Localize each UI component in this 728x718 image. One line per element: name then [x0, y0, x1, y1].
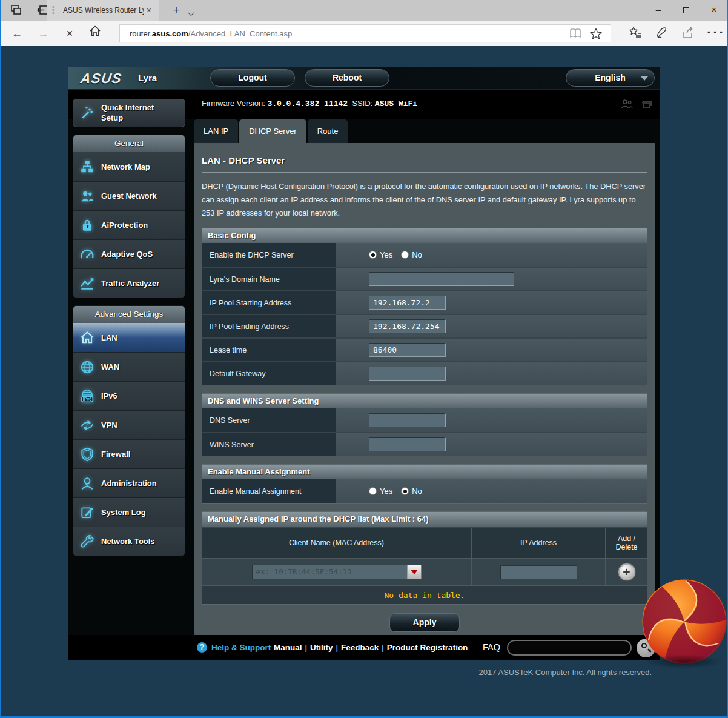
manual-link[interactable]: Manual [274, 643, 302, 652]
manual-assign-no-radio[interactable] [401, 487, 409, 495]
manual-ip-input[interactable] [500, 565, 577, 579]
tab-title: ASUS Wireless Router Ly [63, 6, 144, 15]
window-maximize-button[interactable] [672, 0, 700, 21]
enable-dhcp-no-radio[interactable] [401, 251, 409, 259]
sidebar-item-quick-internet-setup[interactable]: Quick Internet Setup [73, 99, 185, 127]
sidebar-item-administration[interactable]: Administration [73, 468, 185, 497]
ip-pool-end-input[interactable] [369, 319, 446, 333]
window-close-button[interactable]: × [700, 0, 728, 21]
firmware-value[interactable]: 3.0.0.4.382_11142 [267, 99, 348, 108]
magic-wand-icon [73, 105, 101, 121]
default-gateway-input[interactable] [369, 367, 446, 381]
browser-window: ••• ASUS Wireless Router Ly × + – × ← → … [0, 0, 728, 718]
ip-pool-start-input[interactable] [369, 296, 446, 310]
more-options-icon[interactable]: • • • [706, 28, 724, 44]
faq-search-input[interactable] [507, 640, 632, 656]
sidebar-item-traffic-analyzer[interactable]: Traffic Analyzer [73, 268, 185, 298]
utility-link[interactable]: Utility [310, 643, 333, 652]
column-header: Client Name (MAC Address) [202, 528, 472, 558]
web-note-pen-icon[interactable] [653, 25, 671, 41]
section-header: Basic Config [202, 228, 647, 243]
gauge-icon [73, 247, 101, 262]
vpn-arrows-icon [73, 417, 101, 433]
back-button[interactable]: ← [8, 25, 25, 41]
language-label: English [595, 73, 626, 82]
help-support-link[interactable]: Help & Support [211, 643, 271, 652]
enable-dhcp-yes-radio[interactable] [369, 251, 377, 259]
reboot-button[interactable]: Reboot [305, 69, 389, 87]
sidebar-item-ipv6[interactable]: IPv6 IPv6 [73, 381, 185, 410]
sidebar-item-system-log[interactable]: System Log [73, 497, 185, 527]
tab-list-chevron-icon[interactable] [188, 7, 195, 15]
language-dropdown[interactable]: English [566, 69, 655, 87]
tab-lan-ip[interactable]: LAN IP [194, 119, 238, 143]
apply-button[interactable]: Apply [389, 613, 460, 632]
url-text: router.asus.com/Advanced_LAN_Content.asp [130, 29, 569, 38]
sidebar-item-adaptive-qos[interactable]: Adaptive QoS [73, 239, 185, 268]
manual-assign-yes-radio[interactable] [369, 487, 377, 495]
ipv6-globe-icon: IPv6 [73, 388, 101, 404]
field-label: Lease time [202, 339, 336, 361]
column-header: IP Address [472, 528, 606, 558]
radio-label: Yes [380, 250, 392, 259]
section-header: DNS and WINS Server Setting [202, 394, 647, 408]
sidebar-item-wan[interactable]: WAN [73, 352, 185, 381]
model-name: Lyra [138, 73, 157, 83]
main-content: LAN - DHCP Server DHCP (Dynamic Host Con… [194, 143, 655, 635]
favorite-star-icon[interactable] [590, 28, 602, 39]
field-label: Enable Manual Assignment [202, 479, 336, 503]
url-subdomain: router. [130, 29, 152, 38]
new-tab-button[interactable]: + [168, 3, 184, 18]
reading-view-icon[interactable] [569, 28, 581, 39]
add-entry-button[interactable]: + [618, 563, 636, 581]
domain-name-input[interactable] [369, 272, 514, 286]
home-button[interactable] [87, 24, 104, 40]
dhcp-manual-list-section: Manually Assigned IP around the DHCP lis… [202, 511, 647, 605]
url-path: /Advanced_LAN_Content.asp [188, 29, 292, 38]
hub-favorites-icon[interactable] [626, 25, 644, 41]
firmware-label: Firmware Version: [202, 99, 265, 108]
browser-tab[interactable]: ••• ASUS Wireless Router Ly × [47, 0, 159, 21]
client-list-icon[interactable] [620, 97, 634, 111]
wins-server-input[interactable] [369, 437, 446, 451]
feedback-link[interactable]: Feedback [341, 643, 379, 652]
dns-server-input[interactable] [369, 413, 446, 427]
sidebar-item-firewall[interactable]: Firewall [73, 439, 185, 468]
sidebar-item-network-tools[interactable]: Network Tools [73, 527, 185, 556]
dropdown-arrow-button[interactable] [408, 565, 422, 579]
sidebar-group-advanced: Advanced Settings LAN WAN IPv6 IPv6 [73, 305, 185, 556]
guest-network-icon [73, 188, 101, 204]
ssid-value[interactable]: ASUS_WiFi [375, 99, 417, 108]
sidebar-item-vpn[interactable]: VPN [73, 410, 185, 439]
forward-button[interactable]: → [35, 25, 51, 41]
manual-assignment-section: Enable Manual Assignment Enable Manual A… [202, 464, 647, 504]
router-footer-bar: ? Help & Support Manual|Utility|Feedback… [68, 635, 660, 660]
sidebar-item-lan[interactable]: LAN [73, 323, 185, 352]
sidebar-group-general: General Network Map Guest Network AiProt… [73, 135, 185, 298]
address-bar[interactable]: router.asus.com/Advanced_LAN_Content.asp [119, 24, 611, 42]
tab-route[interactable]: Route [308, 119, 348, 143]
tab-preview-icon[interactable] [10, 4, 24, 17]
dual-display-icon[interactable] [639, 97, 654, 111]
stop-button[interactable]: × [61, 25, 78, 41]
tab-dhcp-server[interactable]: DHCP Server [239, 119, 306, 143]
field-label: IP Pool Starting Address [202, 291, 336, 314]
product-registration-link[interactable]: Product Registration [387, 643, 468, 652]
router-banner: ASUS Lyra Logout Reboot English [68, 67, 660, 90]
sidebar-item-guest-network[interactable]: Guest Network [73, 181, 185, 210]
column-header: Add /Delete [606, 528, 647, 558]
logout-button[interactable]: Logout [210, 69, 295, 87]
lease-time-input[interactable] [369, 343, 446, 357]
tab-close-icon[interactable]: × [144, 5, 154, 15]
help-question-icon[interactable]: ? [197, 642, 207, 653]
dhcp-list-header-row: Client Name (MAC Address) IP Address Add… [202, 527, 647, 558]
dhcp-list-input-row: ex: 10:7B:44:5F:54:13 + [202, 558, 647, 585]
asus-logo: ASUS [79, 70, 123, 87]
page-title: LAN - DHCP Server [202, 155, 647, 165]
sidebar-item-network-map[interactable]: Network Map [73, 152, 185, 181]
sidebar-item-aiprotection[interactable]: AiProtection [73, 210, 185, 239]
mac-address-dropdown[interactable]: ex: 10:7B:44:5F:54:13 [252, 565, 422, 579]
window-minimize-button[interactable]: – [644, 0, 672, 21]
empty-table-message: No data in table. [202, 585, 647, 604]
share-icon[interactable] [680, 25, 698, 41]
